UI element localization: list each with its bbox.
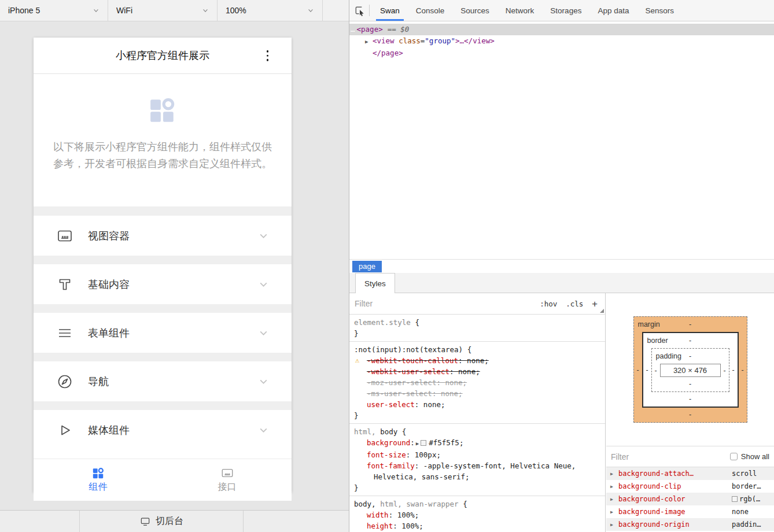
devtools-tab-console[interactable]: Console [408,0,453,21]
css-declaration[interactable]: font-size: 100px; [354,449,600,460]
device-toolbar: iPhone 5 WiFi 100% [0,0,349,21]
network-select[interactable]: WiFi [108,0,218,21]
toggle-class-button[interactable]: .cls [566,300,583,308]
section-row-view-container[interactable]: 视图容器 [34,216,292,256]
style-rule-element-style[interactable]: element.style { } [349,315,605,342]
selected-node-hint: == $0 [388,25,410,34]
simulator-pane: iPhone 5 WiFi 100% 小程序官方组件展示 [0,0,349,532]
box-model-border: border- - padding- - 320 × 476 - - [642,332,739,408]
devtools-tab-network[interactable]: Network [497,0,543,21]
expand-arrow-icon[interactable]: ▶ [610,497,618,502]
breadcrumb-page-chip[interactable]: page [352,261,382,272]
section-label: 视图容器 [88,229,259,243]
app-header: 小程序官方组件展示 [34,38,292,74]
component-section-list: 视图容器 基础内容 表单组件 [34,206,292,450]
chevron-down-icon [202,7,209,14]
devtools-tab-sources[interactable]: Sources [452,0,497,21]
css-declaration[interactable]: -moz-user-select: none; [354,377,600,388]
switch-background-button[interactable]: 切后台 [80,511,244,532]
elements-tree: …<page>== $0 ▶<view class="group">…</vie… [349,22,774,259]
computed-property-row[interactable]: ▶ background-origin paddin… [606,518,774,531]
bottom-bar-right-section [244,511,349,532]
styles-filter-row: :hov .cls + [349,293,605,315]
inspect-element-button[interactable] [349,0,369,21]
apis-tab-icon [221,467,234,479]
components-logo-icon [148,95,177,124]
zoom-select-value: 100% [226,6,246,15]
chevron-down-icon [259,231,268,241]
styles-filter-input[interactable] [355,299,540,308]
expand-arrow-icon[interactable]: ▶ [610,509,618,515]
computed-property-row[interactable]: ▶ background-image none [606,505,774,518]
monitor-icon [139,516,151,527]
expand-arrow-icon[interactable]: ▶ [365,36,373,47]
box-model-padding: padding- - 320 × 476 - - [651,348,729,392]
box-model-content-size: 320 × 476 [660,364,721,377]
style-rule-html-body[interactable]: html, body { background:▶#f5f5f5; font-s… [349,424,605,496]
devtools-pane: Swan Console Sources Network Storages Ap… [349,0,774,532]
element-node-page-open[interactable]: …<page>== $0 [349,24,774,35]
css-declaration[interactable]: ⚠-webkit-touch-callout: none; [354,355,600,366]
css-declaration[interactable]: -ms-user-select: none; [354,388,600,399]
play-icon [57,422,73,438]
app-description: 以下将展示小程序官方组件能力，组件样式仅供参考，开发者可根据自身需求自定义组件样… [52,139,273,172]
zoom-select[interactable]: 100% [218,0,323,21]
components-tab-icon [92,467,105,479]
expand-arrow-icon[interactable]: ▶ [610,471,618,476]
app-tabbar: 组件 接口 [34,459,292,501]
computed-property-row[interactable]: ▶ background-color rgb(… [606,493,774,505]
expand-shorthand-arrow[interactable]: ▶ [416,441,419,446]
tab-apis[interactable]: 接口 [163,459,292,501]
computed-filter-input[interactable] [611,452,727,461]
chevron-down-icon [307,7,314,14]
css-declaration[interactable]: font-family: -apple-system-font, Helveti… [354,460,600,482]
devtools-tab-swan[interactable]: Swan [372,0,408,21]
style-rule-not-input-textarea[interactable]: :not(input):not(textarea) { ⚠-webkit-tou… [349,342,605,424]
chevron-down-icon [259,328,268,338]
kebab-menu-icon[interactable] [267,50,269,61]
section-row-form-components[interactable]: 表单组件 [34,313,292,353]
section-label: 导航 [88,375,259,389]
chevron-down-icon [259,376,268,386]
compass-icon [57,374,73,390]
simulator-bottom-bar: 切后台 [0,510,349,532]
simulator-viewport: 小程序官方组件展示 以下将展示小程序官方组件能力，组件样式仅供参考，开发者可根据… [0,22,349,510]
new-style-rule-button[interactable]: + [592,298,598,309]
css-declaration[interactable]: -webkit-user-select: none; [354,366,600,377]
section-row-navigation[interactable]: 导航 [34,361,292,401]
style-rule-body-html-swan-wrapper[interactable]: body, html, swan-wrapper { width: 100%; … [349,496,605,532]
bottom-bar-left-section [0,511,80,532]
tab-styles[interactable]: Styles [355,273,395,293]
devtools-tab-sensors[interactable]: Sensors [637,0,682,21]
tab-apis-label: 接口 [218,481,237,493]
device-select[interactable]: iPhone 5 [0,0,108,21]
device-select-value: iPhone 5 [8,6,40,15]
ellipsis-dots: … [351,25,356,34]
section-label: 基础内容 [88,278,259,291]
toolbar-divider [369,5,370,16]
show-all-checkbox[interactable] [730,453,738,460]
css-declaration[interactable]: background:▶#f5f5f5; [354,437,600,449]
show-all-label[interactable]: Show all [741,452,769,461]
computed-property-row[interactable]: ▶ background-clip border… [606,480,774,493]
css-declaration[interactable]: height: 100%; [354,520,600,531]
form-icon [57,325,73,341]
css-declaration[interactable]: width: 100%; [354,509,600,520]
section-row-basic-content[interactable]: 基础内容 [34,264,292,304]
color-swatch[interactable] [421,440,426,446]
css-declaration[interactable]: user-select: none; [354,399,600,410]
devtools-tab-appdata[interactable]: App data [589,0,637,21]
element-node-view[interactable]: ▶<view class="group">…</view> [349,35,774,47]
toggle-hover-state-button[interactable]: :hov [540,300,557,308]
expand-arrow-icon[interactable]: ▶ [610,484,618,489]
devtools-toolbar: Swan Console Sources Network Storages Ap… [349,0,774,21]
expand-arrow-icon[interactable]: ▶ [610,522,618,527]
computed-property-row[interactable]: ▶ background-attach… scroll [606,467,774,480]
mini-program-screen: 小程序官方组件展示 以下将展示小程序官方组件能力，组件样式仅供参考，开发者可根据… [34,38,292,492]
element-node-page-close[interactable]: </page> [349,47,774,59]
box-model-margin: margin- - border- - padding- - 320 × 476 [633,316,747,423]
section-row-media-components[interactable]: 媒体组件 [34,410,292,450]
resize-grip-icon[interactable] [600,309,604,313]
devtools-tab-storages[interactable]: Storages [542,0,589,21]
tab-components[interactable]: 组件 [34,459,163,501]
